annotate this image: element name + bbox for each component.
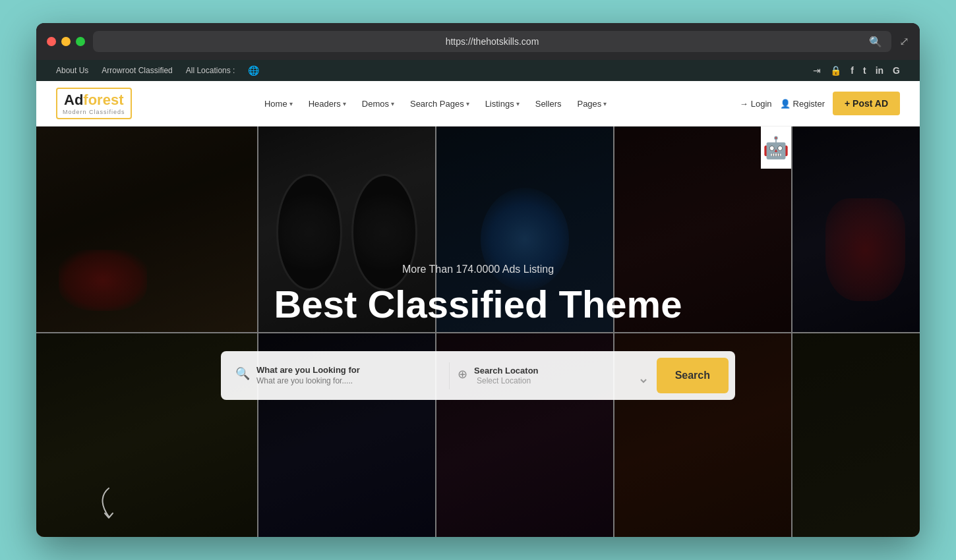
google-icon[interactable]: G <box>893 65 900 76</box>
top-bar-left: About Us Arrowroot Classified All Locati… <box>56 65 259 76</box>
hero-overlay-content: More Than 174.0000 Ads Listing Best Clas… <box>36 126 920 537</box>
nav-item-sellers[interactable]: Sellers <box>529 95 568 113</box>
search-what-label: What are you Looking for <box>256 365 441 375</box>
location-select[interactable]: Select Location <box>474 376 649 386</box>
location-crosshair-icon: ⊕ <box>458 366 467 381</box>
traffic-lights <box>47 37 85 46</box>
search-input-group: What are you Looking for <box>256 365 441 387</box>
pages-chevron-icon: ▾ <box>603 100 607 107</box>
logo-subtitle: Modern Classifieds <box>63 109 125 115</box>
search-magnifier-icon: 🔍 <box>235 365 250 381</box>
nav-item-headers[interactable]: Headers ▾ <box>302 95 353 113</box>
scroll-down-arrow <box>96 487 122 524</box>
fullscreen-button[interactable]: ⤢ <box>899 34 909 49</box>
about-us-link[interactable]: About Us <box>56 66 88 75</box>
twitter-icon[interactable]: t <box>863 65 866 76</box>
close-button[interactable] <box>47 37 56 46</box>
demos-chevron-icon: ▾ <box>391 100 394 107</box>
nav-links: Home ▾ Headers ▾ Demos ▾ Search Pages ▾ … <box>258 95 613 113</box>
url-text: https://thehotskills.com <box>446 36 539 47</box>
search-what-area: 🔍 What are you Looking for <box>227 362 450 389</box>
logo-text: Adforest <box>64 92 123 109</box>
logo-area: Adforest Modern Classifieds <box>56 88 132 119</box>
nav-auth: → Login 👤 Register + Post AD <box>740 92 900 115</box>
globe-icon[interactable]: 🌐 <box>248 65 259 76</box>
signin-icon[interactable]: ⇥ <box>813 65 821 76</box>
login-button[interactable]: → Login <box>740 99 772 109</box>
minimize-button[interactable] <box>61 37 71 46</box>
linkedin-icon[interactable]: in <box>876 65 883 76</box>
arrowroot-link[interactable]: Arrowroot Classified <box>102 66 172 75</box>
search-what-input[interactable] <box>256 375 441 387</box>
search-button[interactable]: Search <box>657 358 729 393</box>
maximize-button[interactable] <box>76 37 85 46</box>
logo-ad-part: Ad <box>64 92 83 108</box>
facebook-icon[interactable]: f <box>851 65 854 76</box>
logo-forest-part: forest <box>83 92 123 108</box>
nav-item-listings[interactable]: Listings ▾ <box>479 95 526 113</box>
hero-title: Best Classified Theme <box>274 283 682 325</box>
lock-icon[interactable]: 🔒 <box>830 65 841 76</box>
post-ad-button[interactable]: + Post AD <box>833 92 900 115</box>
browser-actions: ⤢ <box>899 34 909 49</box>
register-button[interactable]: 👤 Register <box>780 99 825 109</box>
location-label: Search Locaton <box>474 366 649 376</box>
register-icon: 👤 <box>780 99 791 109</box>
search-bar: 🔍 What are you Looking for ⊕ Search Loca… <box>221 351 735 400</box>
url-bar[interactable]: https://thehotskills.com 🔍 <box>93 31 891 52</box>
browser-chrome: https://thehotskills.com 🔍 ⤢ <box>36 23 920 60</box>
logo-box[interactable]: Adforest Modern Classifieds <box>56 88 132 119</box>
main-nav: Adforest Modern Classifieds Home ▾ Heade… <box>36 81 920 126</box>
hero-subtitle: More Than 174.0000 Ads Listing <box>402 264 554 275</box>
search-location-area: ⊕ Search Locaton Select Location <box>450 363 657 389</box>
nav-item-home[interactable]: Home ▾ <box>258 95 299 113</box>
listings-chevron-icon: ▾ <box>516 100 520 107</box>
site-content: About Us Arrowroot Classified All Locati… <box>36 60 920 537</box>
search-pages-chevron-icon: ▾ <box>466 100 469 107</box>
location-input-group: Search Locaton Select Location <box>474 366 649 386</box>
browser-search-icon: 🔍 <box>869 36 882 48</box>
headers-chevron-icon: ▾ <box>343 100 346 107</box>
nav-item-pages[interactable]: Pages ▾ <box>570 95 613 113</box>
login-icon: → <box>740 99 748 109</box>
nav-item-demos[interactable]: Demos ▾ <box>355 95 401 113</box>
all-locations-label: All Locations : <box>186 66 235 75</box>
top-bar-right: ⇥ 🔒 f t in G <box>813 65 900 76</box>
hero-section: 🤖 More Than 174.0000 Ads Listing Best Cl… <box>36 126 920 537</box>
browser-window: https://thehotskills.com 🔍 ⤢ About Us Ar… <box>36 23 920 537</box>
home-chevron-icon: ▾ <box>289 100 293 107</box>
nav-item-search-pages[interactable]: Search Pages ▾ <box>403 95 476 113</box>
top-bar: About Us Arrowroot Classified All Locati… <box>36 60 920 81</box>
